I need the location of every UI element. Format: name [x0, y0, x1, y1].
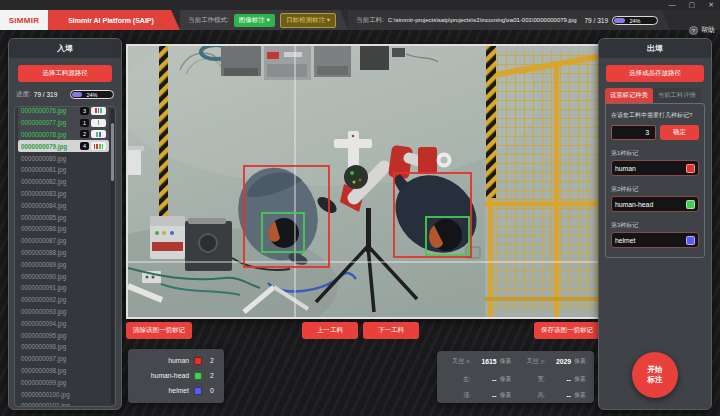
file-list-item[interactable]: 0000000083.jpg	[18, 188, 109, 200]
file-name: 0000000089.jpg	[21, 261, 106, 268]
label-name-value: human	[615, 165, 686, 172]
file-list-item[interactable]: 0000000093.jpg	[18, 306, 109, 318]
file-name: 0000000093.jpg	[21, 308, 106, 315]
current-file-label: 当前工料:	[356, 16, 384, 25]
next-item-button[interactable]: 下一工料	[363, 322, 419, 339]
legend-count: 2	[207, 372, 217, 379]
work-mode-label: 当前工作模式:	[188, 16, 229, 25]
file-list-item[interactable]: 0000000080.jpg	[18, 152, 109, 164]
coordinate-cell: 宽:--像素	[520, 374, 587, 385]
file-list-item[interactable]: 0000000087.jpg	[18, 235, 109, 247]
label-name-input[interactable]: helmet	[611, 232, 699, 248]
file-list-item[interactable]: 0000000094.jpg	[18, 317, 109, 329]
file-list-item[interactable]: 0000000079.jpg4	[18, 140, 109, 152]
coordinate-unit: 像素	[574, 357, 586, 366]
file-name: 0000000092.jpg	[21, 296, 106, 303]
start-annotation-button[interactable]: 开始 标注	[632, 352, 678, 398]
file-list-item[interactable]: 0000000088.jpg	[18, 247, 109, 259]
file-name: 0000000088.jpg	[21, 249, 106, 256]
label-color-swatch[interactable]	[686, 164, 695, 173]
legend-color-swatch	[194, 387, 202, 395]
minimize-icon[interactable]: —	[669, 0, 676, 10]
label-legend-panel: human2human-head2helmet0	[128, 349, 224, 403]
file-list-item[interactable]: 0000000089.jpg	[18, 258, 109, 270]
close-icon[interactable]: ✕	[708, 0, 714, 10]
progress-percent: 24%	[71, 91, 113, 98]
mode-dropdown-detection[interactable]: 目标检测标注 ▾	[280, 13, 336, 28]
file-list-item[interactable]: 0000000097.jpg	[18, 353, 109, 365]
coordinate-value: 1615	[474, 358, 497, 365]
file-list-item[interactable]: 0000000081.jpg	[18, 164, 109, 176]
confirm-button[interactable]: 确定	[660, 125, 699, 140]
file-list-item[interactable]: 0000000076.jpg3	[18, 106, 109, 117]
coordinate-cell: 左:--像素	[445, 374, 512, 385]
coordinate-label: 顶:	[445, 391, 471, 400]
legend-label-name: human	[135, 357, 189, 364]
label-groups: 第1种标记human第2种标记human-head第3种标记helmet	[611, 149, 699, 248]
file-list[interactable]: 0000000076.jpg30000000077.jpg10000000078…	[14, 106, 116, 407]
help-button[interactable]: ? 帮助	[689, 20, 715, 40]
annotation-canvas[interactable]	[126, 44, 600, 319]
coordinate-label: 左:	[445, 375, 471, 384]
file-name: 0000000095.jpg	[21, 332, 106, 339]
legend-color-swatch	[194, 357, 202, 365]
progress-percent: 24%	[613, 17, 657, 24]
file-list-item[interactable]: 00000000100.jpg	[18, 388, 109, 400]
label-color-swatch[interactable]	[686, 200, 695, 209]
legend-count: 0	[207, 387, 217, 394]
label-name-input[interactable]: human-head	[611, 196, 699, 212]
mode-dropdown-image-annotation[interactable]: 图像标注 ▾	[234, 14, 275, 27]
maximize-icon[interactable]: ▢	[689, 0, 696, 10]
tab-set-label-types[interactable]: 设置标记种类	[605, 88, 653, 103]
right-tabs: 设置标记种类 当前工料详情	[605, 88, 705, 103]
coordinate-label: 叉丝 y:	[520, 357, 546, 366]
file-name: 00000000101.jpg	[21, 402, 106, 407]
label-type-group: 第1种标记human	[611, 149, 699, 176]
coordinate-unit: 像素	[574, 375, 586, 384]
label-color-swatch[interactable]	[686, 236, 695, 245]
legend-count: 2	[207, 357, 217, 364]
select-source-path-button[interactable]: 选择工料源路径	[18, 65, 112, 82]
file-list-item[interactable]: 0000000098.jpg	[18, 365, 109, 377]
legend-label-name: human-head	[135, 372, 189, 379]
file-list-item[interactable]: 0000000078.jpg2	[18, 129, 109, 141]
file-list-item[interactable]: 0000000077.jpg1	[18, 117, 109, 129]
coordinate-label: 叉丝 x:	[445, 357, 471, 366]
scrollbar-thumb[interactable]	[111, 123, 114, 181]
tab-current-item-details[interactable]: 当前工料详情	[653, 88, 701, 103]
file-list-item[interactable]: 0000000095.jpg	[18, 329, 109, 341]
label-settings-box: 在该套工料中需要打几种标记? 3 确定 第1种标记human第2种标记human…	[605, 103, 705, 258]
label-type-group: 第3种标记helmet	[611, 221, 699, 248]
label-type-caption: 第3种标记	[611, 221, 699, 230]
file-list-item[interactable]: 0000000091.jpg	[18, 282, 109, 294]
label-name-input[interactable]: human	[611, 160, 699, 176]
file-list-scrollbar[interactable]	[111, 109, 114, 404]
logo-text: SiMMIR	[9, 16, 40, 25]
file-list-item[interactable]: 0000000082.jpg	[18, 176, 109, 188]
prev-item-button[interactable]: 上一工料	[302, 322, 358, 339]
coordinate-unit: 像素	[500, 375, 512, 384]
file-name: 0000000098.jpg	[21, 367, 106, 374]
file-list-item[interactable]: 0000000099.jpg	[18, 376, 109, 388]
file-name: 0000000079.jpg	[21, 143, 78, 150]
file-list-item[interactable]: 00000000101.jpg	[18, 400, 109, 407]
file-list-item[interactable]: 0000000084.jpg	[18, 199, 109, 211]
coordinate-cell: 高:--像素	[520, 390, 587, 401]
help-label: 帮助	[701, 25, 715, 35]
help-icon: ?	[689, 26, 698, 35]
clear-marks-button[interactable]: 清除该图一切标记	[126, 322, 192, 339]
file-list-item[interactable]: 0000000092.jpg	[18, 294, 109, 306]
file-mark-count-badge: 3	[80, 107, 89, 115]
progress-row: 进度: 79 / 319 24%	[9, 88, 121, 101]
legend-row: human2	[135, 353, 217, 368]
file-list-item[interactable]: 0000000090.jpg	[18, 270, 109, 282]
save-marks-button[interactable]: 保存该图一切标记	[534, 322, 600, 339]
file-list-item[interactable]: 0000000086.jpg	[18, 223, 109, 235]
file-mark-colors	[91, 107, 106, 115]
label-count-question: 在该套工料中需要打几种标记?	[611, 111, 699, 120]
file-list-item[interactable]: 0000000085.jpg	[18, 211, 109, 223]
label-count-input[interactable]: 3	[611, 125, 656, 140]
select-output-path-button[interactable]: 选择成品存放路径	[606, 65, 704, 82]
logo: SiMMIR	[0, 10, 48, 30]
file-list-item[interactable]: 0000000096.jpg	[18, 341, 109, 353]
